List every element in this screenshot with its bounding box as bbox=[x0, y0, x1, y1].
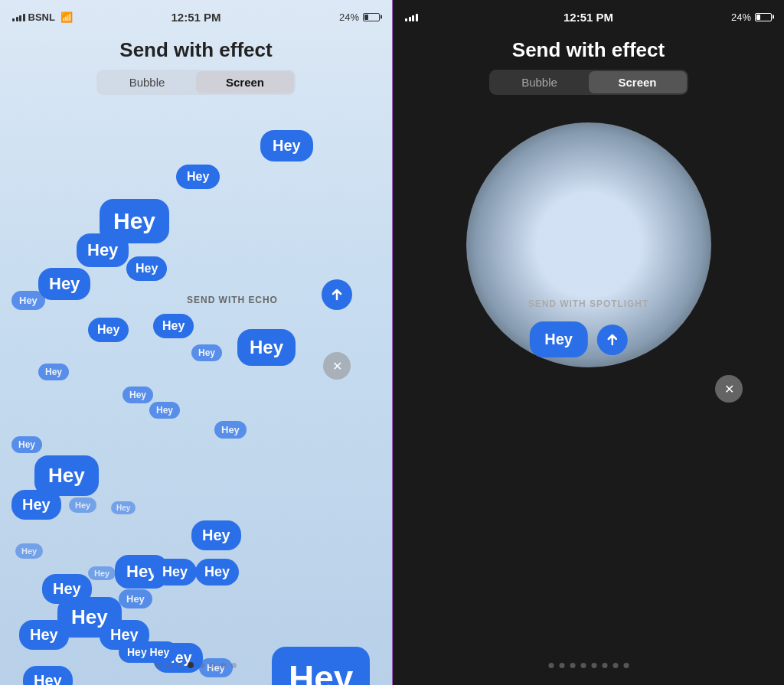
dot-5 bbox=[210, 663, 215, 668]
r-dot-4 bbox=[591, 663, 596, 668]
left-battery: 24% bbox=[339, 11, 380, 23]
r-dot-3 bbox=[580, 663, 586, 668]
cancel-x-icon: ✕ bbox=[332, 359, 342, 373]
r-signal-bar-2 bbox=[409, 17, 411, 21]
right-arrow-up-icon bbox=[606, 333, 619, 347]
bubble-5: Hey bbox=[38, 268, 90, 300]
left-cancel-button[interactable]: ✕ bbox=[323, 352, 351, 380]
spotlight-bubble-area: Hey bbox=[529, 321, 628, 357]
left-send-button[interactable] bbox=[322, 279, 352, 310]
left-page-dots bbox=[155, 662, 237, 668]
right-status-left bbox=[405, 12, 418, 21]
right-battery: 24% bbox=[731, 11, 772, 23]
bubble-25: Hey bbox=[88, 566, 116, 580]
right-page-dots bbox=[548, 663, 629, 668]
left-effect-label: SEND WITH ECHO bbox=[187, 295, 278, 305]
left-header-title: Send with effect bbox=[119, 38, 272, 61]
signal-bar-1 bbox=[12, 18, 15, 21]
bubble-29: Hey bbox=[19, 620, 69, 650]
battery-icon bbox=[363, 13, 380, 21]
bubble-20: Hey bbox=[191, 520, 241, 550]
r-dot-2 bbox=[570, 663, 575, 668]
battery-fill bbox=[364, 15, 368, 20]
wifi-icon: 📶 bbox=[60, 11, 73, 23]
right-seg-bubble[interactable]: Bubble bbox=[491, 71, 589, 93]
left-panel: BSNL 📶 12:51 PM 24% Send with effect Bub… bbox=[0, 0, 392, 685]
bubble-21: Hey bbox=[15, 543, 43, 559]
right-send-button[interactable] bbox=[597, 325, 628, 355]
bubble-13: Hey bbox=[149, 402, 180, 419]
r-dot-6 bbox=[612, 663, 618, 668]
r-dot-1 bbox=[559, 663, 564, 668]
right-effect-label: SEND WITH SPOTLIGHT bbox=[528, 298, 649, 309]
bubble-8: Hey bbox=[153, 314, 194, 338]
bubble-9: Hey bbox=[237, 329, 296, 366]
right-signal-bars bbox=[405, 12, 418, 21]
bubble-0: Hey bbox=[176, 165, 220, 189]
bubble-10: Hey bbox=[191, 344, 222, 361]
bubble-1: Hey bbox=[260, 130, 313, 161]
right-header-title: Send with effect bbox=[512, 38, 665, 61]
bubble-7: Hey bbox=[88, 318, 129, 342]
dot-7 bbox=[231, 663, 237, 668]
r-signal-bar-1 bbox=[405, 18, 407, 21]
bubble-35: Hey Hey bbox=[119, 641, 178, 663]
dot-4 bbox=[199, 663, 204, 668]
left-header: Send with effect bbox=[0, 34, 392, 70]
r-signal-bar-3 bbox=[412, 15, 414, 21]
bubble-32: Hey bbox=[272, 647, 370, 685]
left-status-bar: BSNL 📶 12:51 PM 24% bbox=[0, 0, 392, 34]
bubbles-area: HeyHeyHeyHeyHeyHeyHeyHeyHeyHeyHeyHeyHeyH… bbox=[0, 115, 392, 685]
r-dot-0 bbox=[548, 663, 554, 668]
bubble-3: Hey bbox=[77, 233, 129, 267]
right-battery-icon bbox=[755, 13, 772, 21]
dot-6 bbox=[220, 663, 226, 668]
bubble-4: Hey bbox=[126, 256, 167, 281]
right-header: Send with effect bbox=[393, 34, 784, 70]
dot-2 bbox=[177, 663, 182, 668]
left-time: 12:51 PM bbox=[171, 11, 220, 24]
bubble-27: Hey bbox=[119, 589, 152, 608]
left-status-left: BSNL 📶 bbox=[12, 11, 73, 23]
left-seg-bubble[interactable]: Bubble bbox=[98, 71, 196, 93]
signal-bar-4 bbox=[23, 14, 25, 21]
bubble-14: Hey bbox=[214, 421, 247, 439]
right-segment-control: Bubble Screen bbox=[489, 70, 688, 95]
bubble-15: Hey bbox=[11, 436, 42, 453]
right-battery-pct: 24% bbox=[731, 11, 751, 23]
bubble-19: Hey bbox=[111, 501, 136, 514]
left-battery-pct: 24% bbox=[339, 11, 359, 23]
bubble-6: Hey bbox=[11, 291, 45, 310]
signal-bars bbox=[12, 12, 25, 21]
carrier-name: BSNL bbox=[28, 11, 55, 23]
bubble-24: Hey bbox=[195, 559, 239, 586]
bubble-18: Hey bbox=[69, 497, 96, 513]
bubble-11: Hey bbox=[38, 364, 69, 380]
bubble-33: Hey bbox=[23, 666, 73, 685]
spotlight-bubble: Hey bbox=[529, 321, 588, 357]
right-cancel-x-icon: ✕ bbox=[724, 382, 734, 396]
right-status-bar: 12:51 PM 24% bbox=[393, 0, 784, 34]
left-segment-control: Bubble Screen bbox=[96, 70, 296, 95]
right-panel: 12:51 PM 24% Send with effect Bubble Scr… bbox=[392, 0, 784, 685]
right-cancel-button[interactable]: ✕ bbox=[715, 375, 743, 403]
signal-bar-3 bbox=[19, 15, 21, 21]
arrow-up-icon bbox=[330, 288, 344, 302]
bubble-12: Hey bbox=[122, 387, 153, 403]
signal-bar-2 bbox=[16, 17, 18, 21]
bubble-17: Hey bbox=[11, 490, 61, 520]
dot-3 bbox=[188, 662, 194, 668]
right-seg-screen[interactable]: Screen bbox=[589, 71, 687, 93]
spotlight-bubble-text: Hey bbox=[544, 331, 573, 348]
left-seg-screen[interactable]: Screen bbox=[196, 71, 294, 93]
right-battery-fill bbox=[756, 15, 760, 20]
right-time: 12:51 PM bbox=[564, 11, 613, 24]
bubble-23: Hey bbox=[153, 559, 197, 586]
r-signal-bar-4 bbox=[416, 14, 418, 21]
dot-0 bbox=[155, 663, 161, 668]
dot-1 bbox=[166, 663, 172, 668]
r-dot-7 bbox=[623, 663, 629, 668]
r-dot-5 bbox=[602, 663, 607, 668]
